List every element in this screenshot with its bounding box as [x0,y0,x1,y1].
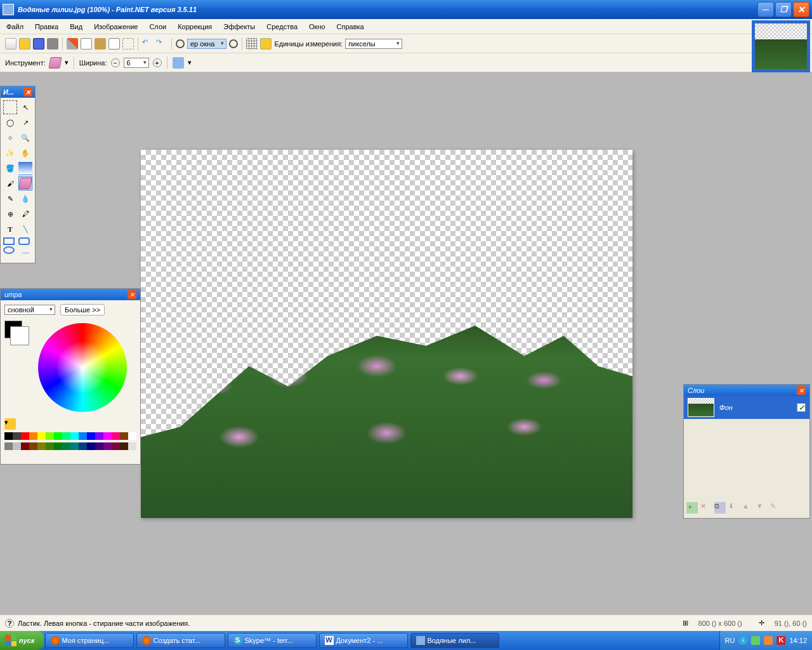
tool-paint-bucket[interactable]: 🪣 [3,161,17,175]
layer-item[interactable]: Фон ✓ [684,396,809,419]
tool-freeform[interactable]: 〰 [18,246,32,260]
canvas[interactable] [141,150,632,518]
grid-icon[interactable] [246,38,258,50]
tool-color-picker[interactable]: 💧 [18,192,32,206]
palette-swatch[interactable] [54,432,62,440]
tool-line[interactable]: ╲ [18,222,32,236]
tool-lasso[interactable]: ◯ [3,116,17,129]
tray-network-icon[interactable] [751,636,760,645]
primary-secondary-swatch[interactable] [4,321,22,338]
tools-panel-title[interactable]: И... ✕ [1,86,35,98]
menu-effects[interactable]: Эффекты [223,23,255,30]
width-input[interactable]: 6 [124,58,149,68]
help-icon[interactable]: ? [5,619,14,628]
clock[interactable]: 14:12 [789,637,807,644]
add-layer-icon[interactable]: ＋ [686,502,698,514]
ruler-icon[interactable] [260,38,272,50]
palette-swatch[interactable] [79,432,87,440]
dropdown-icon[interactable]: ▾ [188,58,192,67]
colors-panel-title[interactable]: итра ✕ [1,289,140,300]
redo-icon[interactable]: ↷ [156,38,167,50]
layers-close-icon[interactable]: ✕ [797,386,806,395]
deselect-icon[interactable] [122,38,134,50]
move-down-icon[interactable]: ▼ [756,502,768,514]
start-button[interactable]: пуск [0,631,44,650]
taskbar-item-word[interactable]: W Документ2 - ... [319,633,408,648]
tool-pan[interactable]: ✋ [18,146,32,160]
palette-swatch[interactable] [37,442,46,450]
print-icon[interactable] [47,38,58,50]
palette-swatch[interactable] [70,432,79,440]
tool-recolor[interactable]: 🖍 [18,207,32,221]
tray-expand-icon[interactable]: ‹ [738,636,747,645]
tool-clone-stamp[interactable]: ⊕ [3,207,17,221]
units-select[interactable]: пикселы [345,39,402,49]
tool-ellipse[interactable] [3,246,15,254]
palette-swatch[interactable] [87,432,95,440]
colors-close-icon[interactable]: ✕ [128,290,136,299]
copy-icon[interactable] [81,38,92,50]
language-indicator[interactable]: RU [725,637,735,644]
palette-swatch[interactable] [70,442,79,450]
menu-file[interactable]: Файл [6,23,23,30]
palette-swatch[interactable] [95,432,103,440]
open-icon[interactable] [19,38,30,50]
tool-move-selection[interactable]: ↖ [18,100,32,114]
palette-swatch[interactable] [54,442,62,450]
layer-visibility-checkbox[interactable]: ✓ [797,403,806,412]
close-button[interactable]: ✕ [793,2,809,17]
menu-edit[interactable]: Правка [35,23,58,30]
palette-swatch[interactable] [120,442,128,450]
tray-kaspersky-icon[interactable]: K [776,636,785,645]
layers-panel-title[interactable]: Слои ✕ [684,385,809,396]
tool-paintbrush[interactable]: 🖌 [3,176,17,190]
increase-icon[interactable]: + [153,58,162,67]
palette-swatch[interactable] [46,442,54,450]
menu-image[interactable]: Изображение [94,23,138,30]
palette-swatch[interactable] [79,442,87,450]
tool-ellipse-select[interactable]: ○ [3,131,17,145]
palette-swatch[interactable] [120,432,128,440]
palette-swatch[interactable] [95,442,103,450]
antialias-icon[interactable] [173,57,184,69]
merge-layer-icon[interactable]: ⬇ [728,502,740,514]
palette-swatch[interactable] [46,432,54,440]
palette-swatch[interactable] [128,432,136,440]
more-button[interactable]: Больше >> [60,304,105,315]
palette-swatch[interactable] [37,432,46,440]
zoom-out-icon[interactable] [176,39,185,48]
menu-window[interactable]: Окно [309,23,325,30]
tool-eraser[interactable] [18,176,32,190]
tools-close-icon[interactable]: ✕ [23,88,32,96]
palette-swatch[interactable] [62,442,70,450]
menu-adjust[interactable]: Коррекция [178,23,212,30]
color-mode-select[interactable]: сновной [4,305,55,315]
menu-view[interactable]: Вид [70,23,82,30]
tool-rect-select[interactable] [3,100,17,114]
tool-rectangle[interactable] [3,237,15,245]
palette-swatch[interactable] [87,442,95,450]
tray-shield-icon[interactable] [764,636,773,645]
palette-swatch[interactable] [4,432,13,440]
palette-swatch[interactable] [112,432,120,440]
menu-help[interactable]: Справка [337,23,364,30]
properties-icon[interactable]: ✎ [770,502,782,514]
palette-swatch[interactable] [21,432,29,440]
palette-swatch[interactable] [29,432,37,440]
current-tool-eraser-icon[interactable] [48,57,62,69]
dropdown-icon[interactable]: ▾ [65,58,69,67]
palette-swatch[interactable] [21,442,29,450]
palette-swatch[interactable] [29,442,37,450]
palette-swatch[interactable] [103,432,112,440]
save-icon[interactable] [33,38,44,50]
tool-text[interactable]: T [3,222,17,236]
undo-icon[interactable]: ↶ [142,38,154,50]
taskbar-item-firefox-2[interactable]: Создать стат... [136,633,225,648]
taskbar-item-paintnet[interactable]: Водяные лил... [410,633,499,648]
maximize-button[interactable]: ❐ [775,2,792,17]
cut-icon[interactable] [67,38,78,50]
menu-layers[interactable]: Слои [149,23,166,30]
palette-swatch[interactable] [103,442,112,450]
color-wheel[interactable] [38,323,127,412]
palette-swatch[interactable] [13,432,21,440]
